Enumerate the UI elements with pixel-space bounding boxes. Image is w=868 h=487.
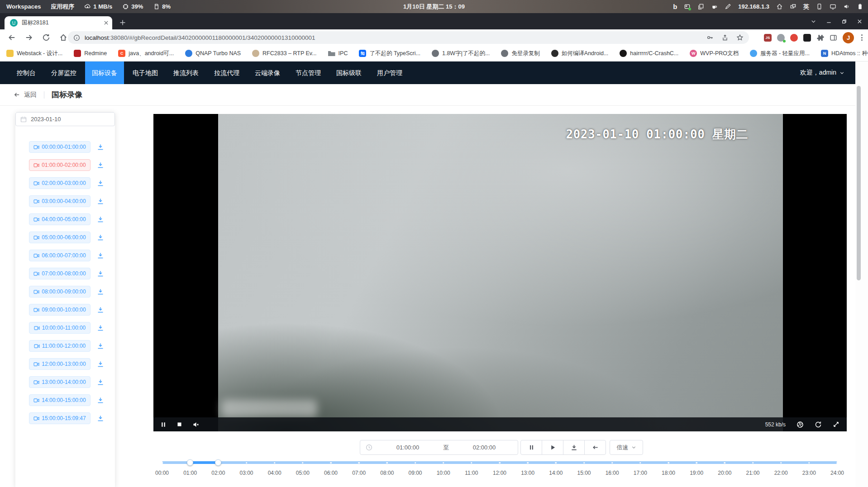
player-stop-icon[interactable] bbox=[176, 421, 182, 427]
segment-button[interactable]: 01:00:00-02:00:00 bbox=[29, 159, 91, 171]
scrollbar-thumb[interactable] bbox=[857, 86, 861, 280]
segment-button[interactable]: 10:00:00-11:00:00 bbox=[29, 322, 91, 334]
segment-button[interactable]: 07:00:00-08:00:00 bbox=[29, 268, 91, 279]
window-close-button[interactable] bbox=[857, 19, 863, 24]
pause-button[interactable] bbox=[520, 440, 542, 455]
timeline-handle-start[interactable] bbox=[187, 459, 193, 466]
password-key-icon[interactable] bbox=[706, 34, 714, 41]
side-panel-icon[interactable] bbox=[830, 34, 837, 42]
segment-download-button[interactable] bbox=[97, 234, 104, 241]
adblock-extension-icon[interactable] bbox=[790, 34, 798, 42]
clock-indicator[interactable]: 1月10日 星期二 15：09 bbox=[403, 3, 465, 11]
segment-button[interactable]: 11:00:00-12:00:00 bbox=[29, 340, 91, 352]
bookmark-item[interactable]: RFC2833 – RTP Ev... bbox=[252, 50, 317, 57]
segment-download-button[interactable] bbox=[97, 144, 104, 150]
home-tray-icon[interactable] bbox=[776, 3, 783, 10]
nav-tab-2[interactable]: 国标设备 bbox=[85, 61, 124, 84]
seek-back-button[interactable] bbox=[584, 440, 606, 455]
dark-extension-icon[interactable] bbox=[803, 34, 811, 42]
ip-address-indicator[interactable]: 192.168.1.3 bbox=[738, 3, 769, 10]
clipboard-tray-icon[interactable] bbox=[697, 3, 704, 10]
nav-tab-3[interactable]: 电子地图 bbox=[126, 61, 165, 84]
segment-button[interactable]: 03:00:00-04:00:00 bbox=[29, 195, 91, 207]
download-button[interactable] bbox=[563, 440, 585, 455]
back-button[interactable] bbox=[6, 32, 17, 43]
bookmark-item[interactable]: QNAP Turbo NAS bbox=[185, 50, 241, 57]
segment-button[interactable]: 09:00:00-10:00:00 bbox=[29, 304, 91, 316]
segment-download-button[interactable] bbox=[97, 307, 104, 313]
fullscreen-icon[interactable] bbox=[833, 421, 839, 428]
segment-button[interactable]: 06:00:00-07:00:00 bbox=[29, 250, 91, 261]
proxy-extension-icon[interactable] bbox=[777, 34, 785, 42]
nav-tab-1[interactable]: 分屏监控 bbox=[44, 61, 83, 84]
segment-download-button[interactable] bbox=[97, 252, 104, 259]
video-player[interactable]: 2023-01-10 01:00:00 星期二 552 kb/s bbox=[153, 114, 847, 431]
segment-download-button[interactable] bbox=[97, 288, 104, 295]
snapshot-shutter-icon[interactable] bbox=[796, 421, 804, 428]
segment-button[interactable]: 14:00:00-15:00:00 bbox=[29, 394, 91, 406]
bookmark-item[interactable]: Webstack - 设计... bbox=[6, 50, 62, 57]
bookmark-item[interactable]: W WVP-PRO文档 bbox=[690, 50, 739, 57]
segment-button[interactable]: 02:00:00-03:00:00 bbox=[29, 177, 91, 189]
date-picker-input[interactable]: 2023-01-10 bbox=[15, 112, 115, 126]
applications-button[interactable]: 应用程序 bbox=[51, 3, 74, 11]
network-speed-indicator[interactable]: 1 MB/s bbox=[84, 3, 112, 10]
bookmark-item[interactable]: 如何编译Android... bbox=[551, 50, 609, 57]
window-restore-button[interactable] bbox=[841, 19, 847, 24]
bookmark-item[interactable]: IPC bbox=[328, 50, 348, 57]
workspaces-tray-icon[interactable] bbox=[790, 3, 796, 10]
bookmark-star-icon[interactable] bbox=[736, 34, 744, 41]
bookmark-item[interactable]: 免登录复制 bbox=[501, 50, 540, 57]
bookmark-item[interactable]: N HDAtmos :: 种子 *... bbox=[821, 50, 868, 57]
memory-usage-indicator[interactable]: 8% bbox=[153, 3, 171, 10]
tab-search-chevron-icon[interactable] bbox=[811, 19, 816, 24]
segment-download-button[interactable] bbox=[97, 379, 104, 385]
user-menu[interactable]: 欢迎，admin bbox=[800, 69, 855, 77]
bookmark-item[interactable]: hairrrrr/C-CrashC... bbox=[620, 50, 678, 57]
segment-download-button[interactable] bbox=[97, 180, 104, 186]
nav-tab-4[interactable]: 推流列表 bbox=[167, 61, 205, 84]
page-scrollbar[interactable] bbox=[855, 61, 868, 487]
segment-download-button[interactable] bbox=[97, 397, 104, 403]
extensions-puzzle-icon[interactable] bbox=[816, 34, 824, 42]
segment-download-button[interactable] bbox=[97, 216, 104, 222]
segment-download-button[interactable] bbox=[97, 343, 104, 349]
time-range-input[interactable]: 01:00:00 至 02:00:00 bbox=[360, 440, 518, 455]
segment-download-button[interactable] bbox=[97, 361, 104, 367]
battery-tray-icon[interactable] bbox=[857, 3, 863, 10]
playback-speed-dropdown[interactable]: 倍速 bbox=[610, 440, 643, 455]
address-bar[interactable]: localhost:38080/#/gbRecordDetail/3402000… bbox=[68, 31, 749, 44]
window-minimize-button[interactable] bbox=[826, 19, 832, 24]
bookmark-item[interactable]: 知 了不起的 TypeScri... bbox=[359, 50, 420, 57]
screenshot-tray-icon[interactable] bbox=[684, 3, 691, 10]
nav-tab-6[interactable]: 云端录像 bbox=[248, 61, 287, 84]
segment-download-button[interactable] bbox=[97, 162, 104, 168]
segment-button[interactable]: 08:00:00-09:00:00 bbox=[29, 286, 91, 298]
segment-download-button[interactable] bbox=[97, 198, 104, 204]
reload-button[interactable] bbox=[41, 32, 52, 43]
segment-button[interactable]: 04:00:00-05:00:00 bbox=[29, 213, 91, 225]
segment-button[interactable]: 15:00:00-15:09:47 bbox=[29, 412, 91, 424]
segment-download-button[interactable] bbox=[97, 270, 104, 277]
nav-tab-0[interactable]: 控制台 bbox=[10, 61, 43, 84]
volume-tray-icon[interactable] bbox=[843, 3, 850, 10]
nav-tab-7[interactable]: 节点管理 bbox=[289, 61, 328, 84]
forward-button[interactable] bbox=[24, 32, 34, 43]
teacup-tray-icon[interactable] bbox=[711, 3, 718, 10]
play-button[interactable] bbox=[542, 440, 563, 455]
back-link[interactable]: 返回 bbox=[14, 91, 37, 99]
segment-button[interactable]: 00:00:00-01:00:00 bbox=[29, 141, 91, 153]
nav-tab-8[interactable]: 国标级联 bbox=[329, 61, 368, 84]
player-pause-icon[interactable] bbox=[160, 421, 167, 428]
bookmark-item[interactable]: 1.8W字|了不起的... bbox=[432, 50, 490, 57]
bookmark-item[interactable]: C java、android可... bbox=[118, 50, 174, 57]
segment-button[interactable]: 13:00:00-14:00:00 bbox=[29, 376, 91, 388]
browser-menu-icon[interactable] bbox=[859, 34, 864, 41]
tab-close-icon[interactable] bbox=[104, 20, 109, 25]
segment-download-button[interactable] bbox=[97, 325, 104, 331]
segment-button[interactable]: 12:00:00-13:00:00 bbox=[29, 358, 91, 370]
js-extension-icon[interactable]: JS bbox=[764, 34, 772, 42]
input-language-indicator[interactable]: 英 bbox=[803, 3, 809, 11]
segment-download-button[interactable] bbox=[97, 415, 104, 421]
nav-tab-5[interactable]: 拉流代理 bbox=[207, 61, 246, 84]
